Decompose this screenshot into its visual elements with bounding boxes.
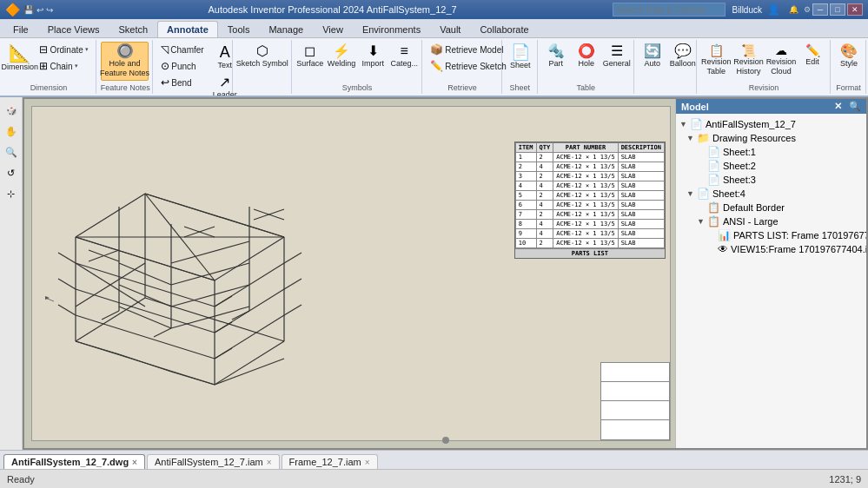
auto-button[interactable]: 🔄 Auto: [639, 42, 666, 70]
edit-icon: ✏️: [805, 44, 820, 56]
table-row: 12ACME-12 × 1 13/5SLAB: [515, 153, 664, 162]
tab-place-views[interactable]: Place Views: [38, 21, 109, 37]
tree-item-view[interactable]: 👁VIEW15:Frame 170197677404.iam: [676, 242, 866, 256]
sidebar-close-button[interactable]: ✕: [834, 101, 842, 112]
tree-label-parts: PARTS LIST: Frame 170197677404.iam: [733, 230, 866, 241]
import-button[interactable]: ⬇ Import: [359, 42, 387, 70]
doc-tab-AntiFallSystem_12_7_dwg[interactable]: AntiFallSystem_12_7.dwg×: [3, 454, 145, 469]
rotate-button[interactable]: ↺: [2, 163, 21, 182]
status-bar: Ready 1231; 9: [0, 469, 868, 488]
tree-item-root[interactable]: ▼📄AntiFallSystem_12_7: [676, 117, 866, 131]
svg-line-51: [232, 311, 249, 320]
ribbon-group-sheet: 📄 Sheet Sheet: [503, 40, 538, 94]
tree-icon-default: 📋: [707, 201, 720, 214]
doc-tab-AntiFallSystem_12_7_iam[interactable]: AntiFallSystem_12_7.iam×: [147, 454, 280, 469]
maximize-button[interactable]: □: [830, 3, 845, 16]
ribbon-group-symbols: ◻ Surface ⚡ Welding ⬇ Import ≡ Categ... …: [293, 40, 422, 94]
title-block-row2: [601, 382, 669, 401]
part-button[interactable]: 🔩 Part: [542, 42, 570, 70]
revision-history-button[interactable]: 📜 RevisionHistory: [733, 42, 763, 79]
view-cube-button[interactable]: 🎲: [2, 101, 21, 120]
tree-item-default[interactable]: 📋Default Border: [676, 201, 866, 214]
quick-access-icons: 💾 ↩ ↪: [23, 5, 53, 15]
svg-line-41: [58, 279, 76, 289]
svg-line-31: [171, 263, 249, 285]
tree-icon-root: 📄: [690, 118, 703, 130]
svg-line-52: [76, 341, 119, 354]
hole-icon: ⭕: [578, 44, 595, 58]
dimension-button[interactable]: 📐 Dimension: [5, 42, 34, 74]
app-icon: 🔶: [5, 3, 20, 16]
tree-item-sheet3[interactable]: 📄Sheet:3: [676, 173, 866, 187]
doc-tab-Frame_12_7_iam[interactable]: Frame_12_7.iam×: [282, 454, 378, 469]
tree-item-ansi[interactable]: ▼📋ANSI - Large: [676, 214, 866, 228]
tab-vault[interactable]: Vault: [430, 21, 470, 37]
tab-tools[interactable]: Tools: [218, 21, 260, 37]
zoom-button[interactable]: 🔍: [2, 142, 21, 162]
hole-feature-notes-button[interactable]: 🔘 Hole andFeature Notes: [101, 42, 149, 81]
ribbon-group-table: 🔩 Part ⭕ Hole ☰ General Table: [539, 40, 634, 94]
svg-line-29: [119, 307, 171, 328]
svg-line-54: [171, 372, 215, 385]
tab-close-icon[interactable]: ×: [365, 458, 370, 467]
tab-collaborate[interactable]: Collaborate: [470, 21, 538, 37]
minimize-button[interactable]: ─: [812, 3, 828, 16]
tab-file[interactable]: File: [3, 21, 38, 37]
punch-button[interactable]: ⊙ Punch: [157, 58, 207, 74]
table-header-part: PART NUMBER: [553, 143, 618, 153]
balloon-button[interactable]: 💬 Balloon: [669, 42, 697, 70]
edit-button[interactable]: ✏️ Edit: [798, 42, 826, 69]
tree-item-sheet4[interactable]: ▼📄Sheet:4: [676, 187, 866, 201]
pan-button[interactable]: ✋: [2, 122, 21, 141]
welding-button[interactable]: ⚡ Welding: [328, 42, 355, 70]
tree-item-sheet1[interactable]: 📄Sheet:1: [676, 145, 866, 159]
full-nav-button[interactable]: ⊹: [2, 184, 21, 203]
tab-sketch[interactable]: Sketch: [109, 21, 157, 37]
welding-icon: ⚡: [333, 44, 350, 58]
tab-environments[interactable]: Environments: [353, 21, 430, 37]
surface-button[interactable]: ◻ Surface: [296, 42, 324, 70]
sheet-button[interactable]: 📄 Sheet: [507, 42, 534, 72]
svg-line-3: [76, 298, 145, 341]
tab-close-icon[interactable]: ×: [132, 458, 137, 467]
chamfer-icon: ◹: [161, 43, 169, 56]
tree-icon-ansi: 📋: [707, 215, 720, 228]
tab-label: AntiFallSystem_12_7.iam: [155, 457, 263, 467]
style-button[interactable]: 🎨 Style: [835, 42, 863, 70]
svg-line-43: [215, 296, 232, 307]
ribbon-group-sketch-symbol: ⬡ Sketch Symbol: [234, 40, 292, 94]
bend-button[interactable]: ↩ Bend: [157, 75, 207, 90]
hole-button[interactable]: ⭕ Hole: [573, 42, 600, 70]
tree-item-parts[interactable]: 📊PARTS LIST: Frame 170197677404.iam: [676, 228, 866, 242]
ribbon-group-text: ◹ Chamfer ⊙ Punch ↩ Bend A Text ↗: [154, 40, 232, 94]
tree-label-drawing: Drawing Resources: [712, 133, 796, 143]
sidebar-search-button[interactable]: 🔍: [849, 101, 861, 112]
tree-icon-sheet2: 📄: [707, 160, 720, 172]
categ-button[interactable]: ≡ Categ...: [390, 42, 418, 70]
ordinate-button[interactable]: ⊟ Ordinate ▾: [36, 42, 91, 57]
search-input[interactable]: [613, 3, 726, 16]
chain-button[interactable]: ⊞ Chain ▾: [36, 58, 91, 74]
tree-item-sheet2[interactable]: 📄Sheet:2: [676, 159, 866, 173]
tab-close-icon[interactable]: ×: [267, 458, 272, 467]
import-icon: ⬇: [368, 44, 379, 58]
tree-label-sheet3: Sheet:3: [723, 175, 756, 185]
ribbon-group-balloon: 🔄 Auto 💬 Balloon: [635, 40, 697, 94]
revision-table-button[interactable]: 📋 RevisionTable: [701, 42, 731, 79]
tab-manage[interactable]: Manage: [259, 21, 313, 37]
tab-annotate[interactable]: Annotate: [157, 21, 218, 37]
retrieve-sketch-button[interactable]: ✏️ Retrieve Sketch: [427, 58, 510, 74]
ribbon-group-retrieve: 📦 Retrieve Model ✏️ Retrieve Sketch Retr…: [423, 40, 502, 94]
tree-icon-parts: 📊: [718, 229, 731, 241]
general-button[interactable]: ☰ General: [603, 42, 631, 70]
revision-cloud-button[interactable]: ☁ RevisionCloud: [766, 42, 796, 79]
tree-expand-drawing: ▼: [686, 134, 697, 142]
parts-list-table: ITEM QTY PART NUMBER DESCRIPTION 12ACME-…: [514, 142, 666, 259]
tab-view[interactable]: View: [313, 21, 353, 37]
tree-item-drawing[interactable]: ▼📁Drawing Resources: [676, 131, 866, 145]
chamfer-button[interactable]: ◹ Chamfer: [157, 42, 207, 57]
retrieve-model-button[interactable]: 📦 Retrieve Model: [427, 42, 510, 57]
close-button[interactable]: ✕: [847, 3, 863, 16]
sketch-symbol-button[interactable]: ⬡ Sketch Symbol: [237, 42, 288, 70]
model-tree: ▼📄AntiFallSystem_12_7▼📁Drawing Resources…: [676, 114, 866, 448]
